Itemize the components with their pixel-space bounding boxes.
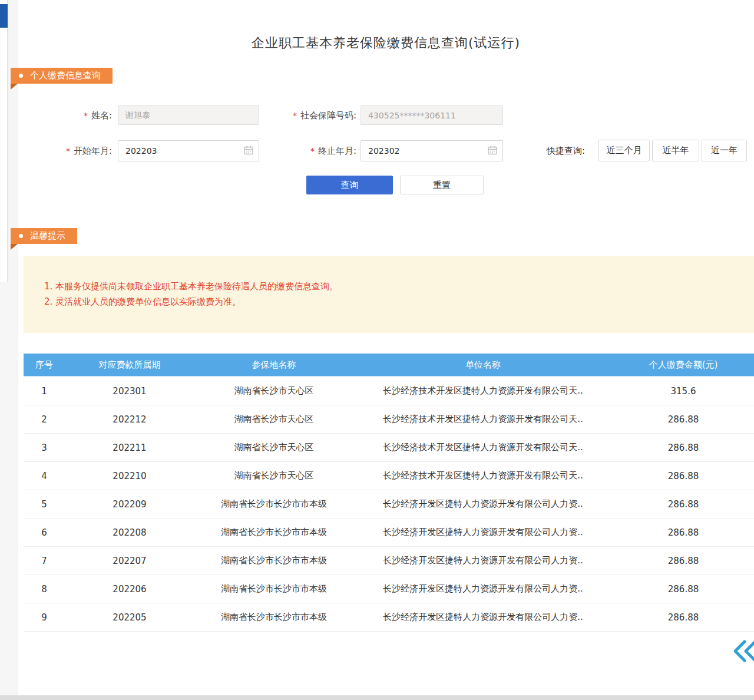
table-cell: 长沙经济开发区捷特人力资源开发有限公司人力资.. bbox=[353, 575, 613, 603]
table-cell: 4 bbox=[24, 462, 65, 490]
page-title: 企业职工基本养老保险缴费信息查询(试运行) bbox=[18, 34, 754, 52]
table-cell: 长沙经济技术开发区捷特人力资源开发有限公司天.. bbox=[353, 377, 613, 405]
table-row: 8202206湖南省长沙市长沙市市本级长沙经济开发区捷特人力资源开发有限公司人力… bbox=[24, 575, 754, 603]
table-cell: 286.88 bbox=[613, 462, 754, 490]
bullet-icon bbox=[19, 74, 23, 78]
quick-3months-button[interactable]: 近三个月 bbox=[598, 140, 650, 161]
ribbon-fold-icon bbox=[11, 244, 18, 250]
table-header-cell: 个人缴费金额(元) bbox=[613, 354, 754, 376]
notice-box: 1. 本服务仅提供尚未领取企业职工基本养老保险待遇人员的缴费信息查询。 2. 灵… bbox=[24, 256, 754, 333]
table-row: 7202207湖南省长沙市长沙市市本级长沙经济开发区捷特人力资源开发有限公司人力… bbox=[24, 547, 754, 575]
results-table: 序号对应费款所属期参保地名称单位名称个人缴费金额(元) 1202301湖南省长沙… bbox=[24, 354, 754, 632]
table-cell: 1 bbox=[24, 377, 65, 405]
name-field[interactable]: 谢旭泰 bbox=[118, 105, 259, 125]
table-row: 9202205湖南省长沙市长沙市市本级长沙经济开发区捷特人力资源开发有限公司人力… bbox=[24, 603, 754, 632]
table-body: 1202301湖南省长沙市天心区长沙经济技术开发区捷特人力资源开发有限公司天..… bbox=[24, 377, 754, 632]
table-cell: 286.88 bbox=[613, 547, 754, 574]
start-month-field[interactable]: 202203 bbox=[118, 140, 259, 161]
section-badge-tips: 温馨提示 bbox=[11, 228, 77, 244]
table-cell: 湖南省长沙市天心区 bbox=[194, 377, 353, 405]
table-cell: 长沙经济开发区捷特人力资源开发有限公司人力资.. bbox=[353, 547, 613, 574]
table-row: 1202301湖南省长沙市天心区长沙经济技术开发区捷特人力资源开发有限公司天..… bbox=[24, 377, 754, 405]
table-cell: 9 bbox=[24, 603, 65, 631]
table-cell: 202207 bbox=[65, 547, 194, 574]
table-cell: 202205 bbox=[65, 603, 194, 631]
required-asterisk: * bbox=[310, 146, 315, 156]
table-cell: 湖南省长沙市长沙市市本级 bbox=[194, 519, 353, 546]
query-button[interactable]: 查询 bbox=[306, 176, 393, 194]
quick-halfyear-button[interactable]: 近半年 bbox=[652, 140, 699, 161]
table-row: 2202212湖南省长沙市天心区长沙经济技术开发区捷特人力资源开发有限公司天..… bbox=[24, 405, 754, 434]
table-cell: 202210 bbox=[65, 462, 194, 490]
section-badge-query-label: 个人缴费信息查询 bbox=[30, 68, 101, 84]
end-month-label: *终止年月: bbox=[280, 146, 356, 157]
table-cell: 长沙经济技术开发区捷特人力资源开发有限公司天.. bbox=[353, 462, 613, 490]
ssn-label: *社会保障号码: bbox=[259, 110, 356, 121]
table-header-cell: 对应费款所属期 bbox=[65, 354, 194, 376]
table-cell: 长沙经济开发区捷特人力资源开发有限公司人力资.. bbox=[353, 603, 613, 631]
bullet-icon bbox=[19, 234, 23, 238]
section-badge-tips-label: 温馨提示 bbox=[30, 228, 65, 244]
table-row: 3202211湖南省长沙市天心区长沙经济技术开发区捷特人力资源开发有限公司天..… bbox=[24, 434, 754, 462]
table-cell: 202209 bbox=[65, 490, 194, 518]
table-cell: 湖南省长沙市天心区 bbox=[194, 405, 353, 433]
notice-line: 2. 灵活就业人员的缴费单位信息以实际缴费为准。 bbox=[44, 294, 736, 309]
double-chevron-left-icon[interactable] bbox=[734, 639, 754, 663]
quick-query-group: 近三个月 近半年 近一年 bbox=[598, 140, 747, 161]
name-label: *姓名: bbox=[35, 110, 112, 121]
calendar-icon[interactable] bbox=[487, 145, 498, 157]
table-cell: 286.88 bbox=[613, 405, 754, 433]
start-month-label: *开始年月: bbox=[35, 146, 112, 157]
table-row: 5202209湖南省长沙市长沙市市本级长沙经济开发区捷特人力资源开发有限公司人力… bbox=[24, 490, 754, 519]
calendar-icon[interactable] bbox=[243, 145, 254, 157]
quick-query-label: 快捷查询: bbox=[547, 146, 585, 157]
end-month-field[interactable]: 202302 bbox=[361, 140, 503, 161]
reset-button[interactable]: 重置 bbox=[400, 176, 484, 194]
ssn-field[interactable]: 430525******306111 bbox=[361, 105, 503, 125]
table-cell: 286.88 bbox=[613, 519, 754, 546]
table-cell: 202211 bbox=[65, 434, 194, 461]
table-cell: 湖南省长沙市长沙市市本级 bbox=[194, 603, 353, 631]
ribbon-fold-icon bbox=[11, 84, 18, 90]
table-cell: 3 bbox=[24, 434, 65, 461]
table-cell: 202206 bbox=[65, 575, 194, 603]
notice-line: 1. 本服务仅提供尚未领取企业职工基本养老保险待遇人员的缴费信息查询。 bbox=[44, 279, 736, 294]
table-cell: 8 bbox=[24, 575, 65, 603]
table-cell: 湖南省长沙市天心区 bbox=[194, 434, 353, 461]
table-header: 序号对应费款所属期参保地名称单位名称个人缴费金额(元) bbox=[24, 354, 754, 377]
table-cell: 286.88 bbox=[613, 603, 754, 631]
sidebar-accent-block bbox=[0, 4, 8, 28]
table-row: 6202208湖南省长沙市长沙市市本级长沙经济开发区捷特人力资源开发有限公司人力… bbox=[24, 519, 754, 547]
table-cell: 286.88 bbox=[613, 575, 754, 603]
quick-1year-button[interactable]: 近一年 bbox=[702, 140, 747, 161]
table-cell: 长沙经济开发区捷特人力资源开发有限公司人力资.. bbox=[353, 490, 613, 518]
table-cell: 7 bbox=[24, 547, 65, 574]
table-cell: 202301 bbox=[65, 377, 194, 405]
table-cell: 5 bbox=[24, 490, 65, 518]
table-cell: 湖南省长沙市长沙市市本级 bbox=[194, 547, 353, 574]
table-cell: 2 bbox=[24, 405, 65, 433]
table-cell: 湖南省长沙市天心区 bbox=[194, 462, 353, 490]
section-badge-query: 个人缴费信息查询 bbox=[11, 68, 113, 84]
table-cell: 286.88 bbox=[613, 434, 754, 461]
collapsed-sidebar[interactable] bbox=[0, 0, 8, 282]
required-asterisk: * bbox=[293, 111, 297, 120]
table-header-cell: 参保地名称 bbox=[194, 354, 353, 376]
table-cell: 长沙经济技术开发区捷特人力资源开发有限公司天.. bbox=[353, 405, 613, 433]
required-asterisk: * bbox=[84, 111, 88, 120]
table-cell: 湖南省长沙市长沙市市本级 bbox=[194, 490, 353, 518]
table-cell: 长沙经济开发区捷特人力资源开发有限公司人力资.. bbox=[353, 519, 613, 546]
table-cell: 286.88 bbox=[613, 490, 754, 518]
table-cell: 202212 bbox=[65, 405, 194, 433]
table-row: 4202210湖南省长沙市天心区长沙经济技术开发区捷特人力资源开发有限公司天..… bbox=[24, 462, 754, 490]
bottom-divider bbox=[0, 695, 754, 700]
table-cell: 315.6 bbox=[613, 377, 754, 405]
table-cell: 6 bbox=[24, 519, 65, 546]
table-cell: 长沙经济技术开发区捷特人力资源开发有限公司天.. bbox=[353, 434, 613, 461]
required-asterisk: * bbox=[66, 146, 70, 156]
table-header-cell: 序号 bbox=[24, 354, 65, 376]
table-cell: 202208 bbox=[65, 519, 194, 546]
table-cell: 湖南省长沙市长沙市市本级 bbox=[194, 575, 353, 603]
table-header-cell: 单位名称 bbox=[353, 354, 613, 376]
